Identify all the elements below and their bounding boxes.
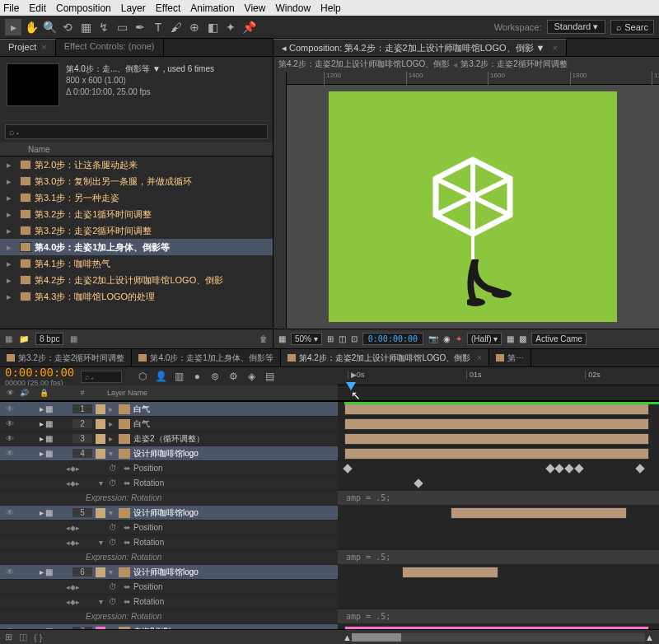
keyframe-nav[interactable]: ◂◆▸	[66, 583, 99, 591]
stopwatch-icon[interactable]: ⏱	[109, 597, 120, 606]
layer-bar-lane[interactable]	[338, 506, 659, 520]
twirl-icon[interactable]: ▸	[7, 275, 16, 286]
property-row[interactable]: ◂◆▸▾⏱⬌Rotation	[0, 595, 338, 609]
channel-icon[interactable]: ⊡	[351, 334, 358, 343]
zoom-out-icon[interactable]: ▲	[343, 632, 352, 642]
interpret-icon[interactable]: ▦	[5, 334, 12, 343]
auto-keyframe-icon[interactable]: ◈	[244, 369, 259, 384]
layer-bar-lane[interactable]	[338, 417, 659, 432]
keyframe[interactable]	[545, 464, 554, 473]
layer-bar-lane[interactable]	[338, 432, 659, 446]
expression-row[interactable]: Expression: Rotation	[0, 491, 338, 506]
lock-toggle[interactable]: ▸▦	[40, 508, 72, 517]
workspace-selector[interactable]: Standard ▾	[547, 20, 606, 34]
keyframe[interactable]	[414, 478, 423, 488]
keyframe-lane[interactable]	[338, 580, 659, 595]
left-arrow-icon[interactable]: ◂	[282, 43, 287, 53]
twirl-icon[interactable]: ▸	[7, 242, 16, 253]
timeline-tab[interactable]: 第4.2步：走姿2加上设计师咖啡馆LOGO、倒影×	[281, 349, 489, 366]
mask-icon[interactable]: ◫	[339, 334, 346, 343]
trash-icon[interactable]: 🗑	[259, 334, 268, 343]
draft-3d-icon[interactable]: ⬡	[135, 369, 150, 384]
keyframe-nav[interactable]: ◂◆▸	[66, 524, 99, 532]
menu-edit[interactable]: Edit	[29, 2, 46, 14]
viewport[interactable]	[287, 85, 659, 329]
eraser-tool[interactable]: ◧	[204, 19, 221, 35]
property-row[interactable]: ◂◆▸ ⏱⬌Position	[0, 461, 338, 476]
twirl-icon[interactable]: ▾	[99, 538, 109, 547]
layer-bar-lane[interactable]	[338, 624, 659, 629]
resolution-selector[interactable]: (Half) ▾	[467, 333, 502, 345]
lock-toggle[interactable]: ▸▦	[40, 404, 72, 413]
visibility-toggle[interactable]: 👁	[0, 449, 20, 458]
property-row[interactable]: ◂◆▸ ⏱⬌Position	[0, 520, 338, 535]
navigator-handle[interactable]	[352, 633, 401, 642]
layer-bar[interactable]	[451, 507, 628, 519]
collapse-icon[interactable]: ▤	[262, 369, 277, 384]
tab-effect-controls[interactable]: Effect Controls: (none)	[56, 39, 164, 56]
toggle-modes-icon[interactable]: ◫	[19, 632, 27, 642]
col-number[interactable]: #	[72, 389, 92, 397]
in-out-icon[interactable]: { }	[34, 632, 42, 642]
visibility-toggle[interactable]: 👁	[0, 508, 20, 517]
menu-help[interactable]: Help	[320, 2, 341, 14]
layer-row[interactable]: 👁▸▦4▾设计师咖啡馆logo	[0, 446, 338, 461]
stopwatch-icon[interactable]: ⏱	[109, 582, 120, 591]
layer-bar[interactable]	[344, 418, 650, 430]
stopwatch-icon[interactable]: ⏱	[109, 523, 120, 532]
pen-tool[interactable]: ✒	[132, 19, 148, 35]
close-icon[interactable]: ×	[477, 353, 482, 362]
roto-tool[interactable]: ✦	[222, 19, 239, 35]
breadcrumb-item[interactable]: 第3.2步：走姿2循环时间调整	[460, 58, 567, 70]
menu-layer[interactable]: Layer	[121, 2, 146, 14]
col-audio[interactable]: 🔊	[20, 389, 40, 397]
twirl-icon[interactable]: ▸	[7, 209, 16, 220]
lock-toggle[interactable]: ▸▦	[40, 434, 72, 443]
lock-toggle[interactable]: ▸▦	[40, 419, 72, 428]
layer-bar[interactable]	[344, 404, 650, 415]
twirl-icon[interactable]: ▾	[109, 567, 119, 576]
menu-animation[interactable]: Animation	[190, 2, 234, 14]
twirl-icon[interactable]: ▸	[7, 292, 16, 302]
expression-row[interactable]: Expression: Rotation	[0, 550, 338, 565]
keyframe-nav[interactable]: ◂◆▸	[66, 464, 99, 473]
keyframe[interactable]	[343, 464, 352, 473]
keyframe-nav[interactable]: ◂◆▸	[66, 539, 99, 547]
expression-row[interactable]: Expression: Rotation	[0, 609, 338, 624]
zoom-in-icon[interactable]: ▲	[645, 632, 654, 642]
view-options-icon[interactable]: ⊞	[327, 334, 334, 343]
layer-bar[interactable]	[344, 626, 650, 629]
puppet-tool[interactable]: 📌	[241, 19, 257, 35]
twirl-icon[interactable]: ▸	[7, 176, 16, 187]
timeline-tab[interactable]: 第3.2步：走姿2循环时间调整	[0, 349, 132, 366]
pan-behind-tool[interactable]: ↯	[96, 19, 112, 35]
label-color[interactable]	[96, 434, 105, 444]
project-item[interactable]: ▸第4.0步：走姿1加上身体、倒影等	[0, 239, 273, 255]
menu-effect[interactable]: Effect	[156, 2, 180, 14]
keyframe-lane[interactable]	[338, 535, 659, 550]
timeline-tab[interactable]: 第4.0步：走姿1加上身体、倒影等	[132, 349, 280, 366]
new-comp-icon[interactable]: ▦	[70, 334, 77, 343]
time-navigator[interactable]	[352, 633, 645, 642]
search-help-button[interactable]: ⌕Searc	[610, 20, 654, 35]
layer-row[interactable]: 👁▸▦5▾设计师咖啡馆logo	[0, 506, 338, 520]
keyframe-lane[interactable]	[338, 461, 659, 476]
stopwatch-icon[interactable]: ⏱	[109, 464, 120, 473]
camera-selector[interactable]: Active Came	[531, 333, 587, 345]
layer-bar-lane[interactable]	[338, 565, 659, 580]
brainstorm-icon[interactable]: ⚙	[226, 369, 241, 384]
folder-icon[interactable]: 📁	[19, 334, 29, 343]
link-icon[interactable]: ⬌	[124, 464, 133, 473]
twirl-icon[interactable]: ▾	[99, 478, 109, 488]
link-icon[interactable]: ⬌	[124, 582, 133, 591]
property-row[interactable]: ◂◆▸▾⏱⬌Rotation	[0, 535, 338, 550]
toggle-switches-icon[interactable]: ⊞	[5, 632, 12, 642]
visibility-toggle[interactable]: 👁	[0, 567, 20, 576]
project-item[interactable]: ▸第4.2步：走姿2加上设计师咖啡馆LOGO、倒影	[0, 272, 273, 288]
keyframe[interactable]	[574, 464, 583, 473]
shy-icon[interactable]: 👤	[153, 369, 168, 384]
twirl-icon[interactable]: ▸	[7, 226, 16, 236]
layer-bar[interactable]	[344, 433, 650, 445]
link-icon[interactable]: ⬌	[124, 523, 133, 532]
keyframe-lane[interactable]	[338, 595, 659, 609]
